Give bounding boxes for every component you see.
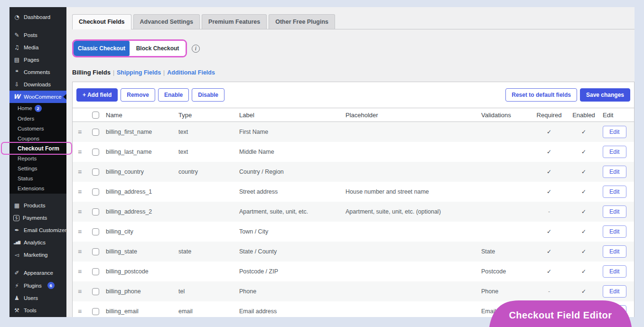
plugin-tabs: Checkout FieldsAdvanced SettingsPremium … [72, 14, 635, 29]
sidebar-item-downloads[interactable]: ⇩Downloads [9, 78, 66, 91]
edit-button[interactable]: Edit [603, 206, 626, 218]
sidebar-item-coupons[interactable]: Coupons [9, 134, 66, 144]
field-label: Phone [237, 288, 344, 295]
plugins-icon: ⚡ [13, 282, 20, 289]
sidebar-item-posts[interactable]: ✎Posts [9, 29, 66, 41]
sidebar-item-settings[interactable]: Settings [9, 164, 66, 174]
row-checkbox[interactable] [92, 308, 99, 315]
row-checkbox[interactable] [92, 248, 99, 255]
drag-handle-icon[interactable]: ≡ [73, 268, 87, 275]
row-checkbox[interactable] [92, 208, 99, 215]
block-checkout-button[interactable]: Block Checkout [130, 41, 186, 56]
sidebar-item-analytics[interactable]: ▂▅▇Analytics [9, 236, 66, 249]
sidebar-item-customers[interactable]: Customers [9, 124, 66, 134]
menu-label: Plugins [24, 282, 42, 289]
users-icon: ♟ [13, 295, 20, 301]
downloads-icon: ⇩ [13, 81, 20, 88]
field-type: text [177, 149, 237, 155]
edit-button[interactable]: Edit [603, 186, 626, 198]
edit-button[interactable]: Edit [603, 146, 626, 158]
row-checkbox[interactable] [92, 228, 99, 235]
field-name: billing_last_name [104, 149, 177, 155]
drag-handle-icon[interactable]: ≡ [73, 228, 87, 235]
drag-handle-icon[interactable]: ≡ [73, 148, 87, 156]
edit-button[interactable]: Edit [603, 245, 626, 258]
screenshot-frame: ◔Dashboard✎Posts♫Media▤Pages❝Comments⇩Do… [0, 0, 644, 327]
field-validations: State [479, 248, 532, 255]
sidebar-item-reports[interactable]: Reports [9, 154, 66, 164]
enable-button[interactable]: Enable [158, 88, 189, 102]
row-checkbox[interactable] [92, 188, 99, 196]
sidebar-item-comments[interactable]: ❝Comments [9, 66, 66, 78]
drag-handle-icon[interactable]: ≡ [73, 168, 87, 176]
column-header-type: Type [177, 112, 237, 119]
table-row: ≡ billing_last_name text Middle Name ✓ ✓… [73, 142, 634, 162]
sidebar-item-payments[interactable]: $Payments [9, 212, 66, 224]
sidebar-item-media[interactable]: ♫Media [9, 41, 66, 54]
field-label: First Name [237, 129, 344, 135]
drag-handle-icon[interactable]: ≡ [73, 288, 87, 295]
sidebar-item-users[interactable]: ♟Users [9, 292, 66, 304]
edit-button[interactable]: Edit [603, 126, 626, 138]
analytics-icon: ▂▅▇ [13, 239, 20, 246]
row-checkbox[interactable] [92, 268, 99, 275]
tab-other-free-plugins[interactable]: Other Free Plugins [269, 14, 335, 29]
edit-button[interactable]: Edit [603, 225, 626, 238]
sidebar-item-orders[interactable]: Orders [9, 114, 66, 124]
field-label: State / County [237, 248, 344, 255]
disable-button[interactable]: Disable [192, 88, 224, 102]
appearance-icon: ✐ [13, 270, 20, 276]
sidebar-item-products[interactable]: ▦Products [9, 199, 66, 212]
sidebar-item-checkout-form[interactable]: Checkout Form [9, 144, 66, 154]
sidebar-item-pages[interactable]: ▤Pages [9, 54, 66, 66]
sidebar-item-dashboard[interactable]: ◔Dashboard [9, 11, 66, 23]
drag-handle-icon[interactable]: ≡ [73, 128, 87, 136]
field-label: Street address [237, 188, 344, 195]
field-name: billing_email [104, 308, 177, 315]
sidebar-item-settings-general[interactable]: ⚙Settings [9, 317, 66, 317]
sidebar-item-woocommerce[interactable]: WWooCommerce [9, 91, 66, 103]
row-checkbox[interactable] [92, 288, 99, 295]
edit-button[interactable]: Edit [603, 166, 626, 178]
reset-to-default-button[interactable]: Reset to default fields [505, 88, 577, 102]
sidebar-item-plugins[interactable]: ⚡Plugins6 [9, 279, 66, 292]
column-header-required: Required [532, 112, 567, 119]
remove-button[interactable]: Remove [121, 88, 155, 102]
count-badge: 6 [47, 282, 55, 289]
tab-checkout-fields[interactable]: Checkout Fields [72, 14, 131, 29]
table-row: ≡ billing_address_2 Apartment, suite, un… [73, 202, 634, 222]
sidebar-item-email-customizer[interactable]: ✒Email Customizer [9, 224, 66, 236]
row-checkbox[interactable] [92, 149, 99, 156]
additional-fields-link[interactable]: Additional Fields [167, 69, 215, 76]
count-badge: 2 [35, 105, 42, 112]
tab-advanced-settings[interactable]: Advanced Settings [133, 14, 200, 29]
tab-premium-features[interactable]: Premium Features [202, 14, 267, 29]
wp-admin-window: ◔Dashboard✎Posts♫Media▤Pages❝Comments⇩Do… [9, 7, 635, 317]
edit-button[interactable]: Edit [603, 285, 626, 298]
shipping-fields-link[interactable]: Shipping Fields [117, 69, 161, 76]
sidebar-item-tools[interactable]: ⚒Tools [9, 304, 66, 317]
field-name: billing_state [104, 248, 177, 255]
classic-checkout-button[interactable]: Classic Checkout [74, 41, 130, 56]
drag-handle-icon[interactable]: ≡ [73, 308, 87, 315]
drag-handle-icon[interactable]: ≡ [73, 188, 87, 196]
drag-handle-icon[interactable]: ≡ [73, 248, 87, 255]
required-check: - [532, 208, 567, 215]
sidebar-item-home[interactable]: Home2 [9, 103, 66, 114]
sidebar-item-extensions[interactable]: Extensions [9, 184, 66, 194]
menu-label: Appearance [24, 270, 53, 276]
add-field-button[interactable]: + Add field [76, 88, 118, 102]
edit-button[interactable]: Edit [603, 265, 626, 278]
checkout-field-editor-badge: Checkout Field Editor [489, 299, 632, 327]
billing-fields-link[interactable]: Billing Fields [72, 69, 111, 76]
row-checkbox[interactable] [92, 129, 99, 136]
sidebar-item-appearance[interactable]: ✐Appearance [9, 267, 66, 279]
sidebar-item-marketing[interactable]: ◅Marketing [9, 249, 66, 261]
sidebar-item-status[interactable]: Status [9, 174, 66, 184]
field-type: tel [177, 288, 237, 295]
info-icon[interactable]: i [192, 45, 200, 53]
save-changes-button[interactable]: Save changes [580, 88, 630, 102]
row-checkbox[interactable] [92, 168, 99, 176]
select-all-checkbox[interactable] [92, 112, 99, 119]
drag-handle-icon[interactable]: ≡ [73, 208, 87, 215]
